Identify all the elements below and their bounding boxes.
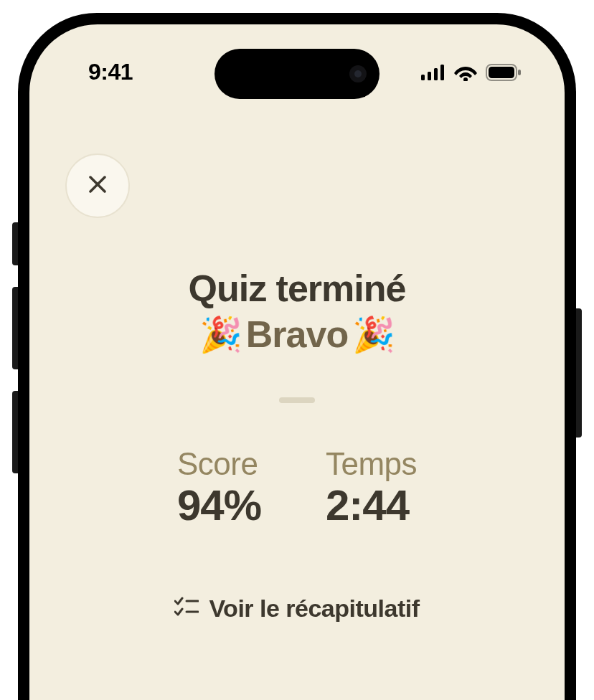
bravo-text: Bravo [246,313,348,356]
svg-rect-6 [489,67,514,78]
status-time: 9:41 [72,59,133,85]
score-stat: Score 94% [177,446,261,530]
app-content: Quiz terminé 🎉 Bravo 🎉 Score 94% Temps [29,153,565,623]
status-indicators [421,64,522,81]
phone-screen: 9:41 [29,24,565,700]
phone-volume-down-button [12,391,18,473]
phone-power-button [576,308,582,438]
svg-rect-2 [434,68,438,80]
wifi-icon [454,64,477,81]
quiz-complete-title: Quiz terminé [58,267,536,310]
close-icon [86,173,109,199]
cellular-signal-icon [421,65,446,80]
view-recap-button[interactable]: Voir le récapitulatif [58,595,536,623]
title-section: Quiz terminé 🎉 Bravo 🎉 [58,267,536,356]
svg-rect-1 [428,72,431,80]
phone-frame: 9:41 [0,0,594,700]
svg-rect-0 [421,75,425,80]
phone-side-button [12,222,18,265]
score-label: Score [177,446,261,482]
status-bar: 9:41 [29,59,565,85]
stats-row: Score 94% Temps 2:44 [58,446,536,530]
phone-volume-up-button [12,287,18,369]
time-value: 2:44 [326,481,417,530]
congratulations-subtitle: 🎉 Bravo 🎉 [58,313,536,356]
svg-rect-7 [518,70,521,75]
close-button[interactable] [65,153,130,218]
svg-rect-3 [440,65,444,80]
divider [279,397,315,403]
party-popper-icon: 🎉 [352,314,395,355]
party-popper-icon: 🎉 [199,314,242,355]
battery-icon [486,64,522,81]
checklist-icon [174,597,199,621]
time-stat: Temps 2:44 [326,446,417,530]
time-label: Temps [326,446,417,482]
svg-point-4 [463,77,468,81]
recap-label: Voir le récapitulatif [209,595,419,623]
score-value: 94% [177,481,261,530]
phone-body: 9:41 [18,13,576,700]
